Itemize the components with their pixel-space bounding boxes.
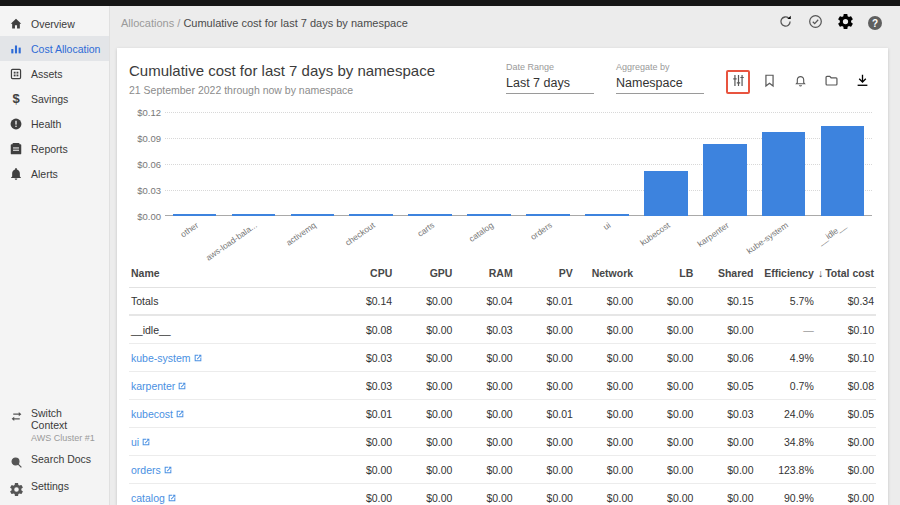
bar-slot (165, 112, 224, 216)
date-range-select[interactable]: Date Range Last 7 days (506, 62, 594, 94)
cell: $0.00 (575, 436, 635, 448)
download-icon (855, 73, 870, 91)
bar-kubecost[interactable] (644, 171, 688, 216)
sidebar-item-savings[interactable]: $Savings (0, 86, 109, 111)
namespace-link-orders[interactable]: orders (131, 464, 172, 476)
cell: $0.00 (454, 492, 514, 504)
sidebar-item-assets[interactable]: Assets (0, 61, 109, 86)
bar-slot (283, 112, 342, 216)
bar-kube-system[interactable] (762, 132, 806, 216)
x-label-slot: kubecost (636, 216, 695, 252)
table-row-karpenter: karpenter$0.03$0.00$0.00$0.00$0.00$0.00$… (129, 372, 876, 400)
column-header-network[interactable]: Network (575, 267, 635, 279)
cell: $0.00 (575, 324, 635, 336)
cell: $0.00 (816, 492, 876, 504)
x-label-slot: orders (519, 216, 578, 252)
top-strip (0, 0, 900, 6)
external-link-icon (194, 354, 202, 362)
sidebar-nav: OverviewCost AllocationAssets$SavingsHea… (0, 6, 109, 186)
column-header-efficiency[interactable]: Efficiency (756, 267, 816, 279)
bar-chart-icon (8, 41, 24, 57)
folder-button[interactable] (819, 70, 843, 94)
namespace-link-catalog[interactable]: catalog (131, 492, 176, 504)
bar-slot (401, 112, 460, 216)
aggregate-by-select[interactable]: Aggregate by Namespace (616, 62, 704, 94)
column-header-name[interactable]: Name (129, 267, 334, 279)
breadcrumb: Allocations / Cumulative cost for last 7… (121, 17, 408, 29)
x-label-slot: carts (401, 216, 460, 252)
cell: $0.03 (454, 324, 514, 336)
sidebar-item-reports[interactable]: Reports (0, 136, 109, 161)
cell: 24.0% (756, 408, 816, 420)
sidebar-item-cost-allocation[interactable]: Cost Allocation (0, 36, 109, 61)
cell: $0.00 (515, 436, 575, 448)
help-button[interactable]: ? (866, 14, 884, 32)
column-header-pv[interactable]: PV (515, 267, 575, 279)
footer-item-label: Settings (31, 480, 69, 492)
x-axis-label: kubecost (638, 220, 672, 248)
column-header-ram[interactable]: RAM (454, 267, 514, 279)
report-card: Cumulative cost for last 7 days by names… (117, 48, 888, 505)
bell-icon (793, 73, 808, 91)
tune-button[interactable] (726, 70, 750, 94)
column-header-lb[interactable]: LB (635, 267, 695, 279)
health-icon (8, 116, 24, 132)
footer-item-text: Search Docs (31, 453, 91, 465)
namespace-link-kubecost[interactable]: kubecost (131, 408, 184, 420)
refresh-button[interactable] (776, 14, 794, 32)
bookmark-icon (762, 73, 777, 91)
column-header-total-cost[interactable]: ↓Total cost (816, 267, 876, 279)
x-axis-label: carts (415, 220, 436, 239)
sidebar-item-health[interactable]: Health (0, 111, 109, 136)
cell: $0.03 (695, 408, 755, 420)
cell: $0.00 (635, 295, 695, 307)
sidebar-item-alerts[interactable]: Alerts (0, 161, 109, 186)
footer-item-text: Switch ContextAWS Cluster #1 (31, 407, 101, 443)
cell: $0.10 (816, 352, 876, 364)
bar-slot (754, 112, 813, 216)
cell: $0.00 (334, 436, 394, 448)
cell: $0.00 (394, 380, 454, 392)
external-link-icon (176, 410, 184, 418)
sidebar-item-settings[interactable]: Settings (0, 475, 109, 502)
column-header-shared[interactable]: Shared (695, 267, 755, 279)
bookmark-button[interactable] (757, 70, 781, 94)
bar-karpenter[interactable] (703, 144, 747, 216)
x-axis-label: __idle__ (816, 220, 848, 247)
check-circle-button[interactable] (806, 14, 824, 32)
search-icon (8, 454, 24, 470)
cell: $0.00 (635, 408, 695, 420)
cluster-context-label: AWS Cluster #1 (31, 433, 101, 443)
external-link-icon (164, 466, 172, 474)
title-block: Cumulative cost for last 7 days by names… (129, 62, 435, 96)
namespace-link-ui[interactable]: ui (131, 436, 150, 448)
bar-__idle__[interactable] (821, 126, 865, 216)
column-header-gpu[interactable]: GPU (394, 267, 454, 279)
cell: $0.00 (394, 492, 454, 504)
x-axis-label: orders (528, 220, 553, 242)
namespace-link-karpenter[interactable]: karpenter (131, 380, 186, 392)
table-header-row: NameCPUGPURAMPVNetworkLBSharedEfficiency… (129, 258, 876, 288)
cell: $0.00 (394, 295, 454, 307)
sidebar-item-overview[interactable]: Overview (0, 11, 109, 36)
cell: 34.8% (756, 436, 816, 448)
cell: $0.05 (695, 380, 755, 392)
reports-icon (8, 141, 24, 157)
bell-icon (8, 166, 24, 182)
table-row-__idle__: __idle__$0.08$0.00$0.03$0.00$0.00$0.00$0… (129, 316, 876, 344)
x-axis-label: checkout (343, 220, 377, 248)
breadcrumb-parent[interactable]: Allocations (121, 17, 174, 29)
bell-button[interactable] (788, 70, 812, 94)
external-link-icon (178, 382, 186, 390)
gear-button[interactable] (836, 14, 854, 32)
sidebar-item-switch-context[interactable]: Switch ContextAWS Cluster #1 (0, 402, 109, 448)
cell: $0.00 (515, 352, 575, 364)
footer-item-label: Switch Context (31, 407, 101, 431)
column-header-cpu[interactable]: CPU (334, 267, 394, 279)
download-button[interactable] (850, 70, 874, 94)
x-axis-label: activemq (284, 220, 318, 248)
totals-row: Totals$0.14$0.00$0.04$0.01$0.00$0.00$0.1… (129, 288, 876, 316)
sidebar-item-search-docs[interactable]: Search Docs (0, 448, 109, 475)
namespace-link-kube-system[interactable]: kube-system (131, 352, 202, 364)
row-name: orders (129, 464, 334, 476)
